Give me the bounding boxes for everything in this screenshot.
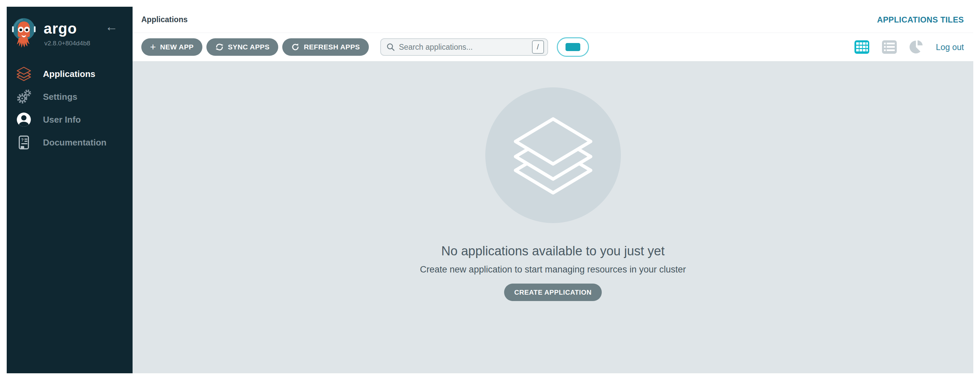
octopus-logo-icon	[12, 18, 36, 53]
gears-icon	[16, 89, 32, 104]
plus-icon: +	[150, 42, 156, 52]
view-mode-label[interactable]: APPLICATIONS TILES	[877, 15, 964, 24]
content-area: No applications available to you just ye…	[132, 61, 973, 373]
search-box: /	[380, 38, 548, 56]
refresh-icon	[291, 43, 300, 51]
user-icon	[16, 112, 32, 127]
logo-row: argo v2.8.0+804d4b8 ←	[7, 7, 132, 54]
sidebar-item-settings[interactable]: Settings	[7, 85, 132, 108]
search-input[interactable]	[399, 43, 532, 52]
sidebar-item-label: Settings	[43, 92, 78, 102]
argo-cd-window: argo v2.8.0+804d4b8 ← Applications	[7, 7, 973, 373]
logo-wordmark: argo	[44, 20, 77, 37]
sidebar: argo v2.8.0+804d4b8 ← Applications	[7, 7, 132, 373]
sidebar-item-documentation[interactable]: ? Documentation	[7, 131, 132, 154]
sidebar-item-label: User Info	[43, 115, 81, 125]
page-title: Applications	[141, 15, 188, 24]
logout-link[interactable]: Log out	[936, 42, 964, 52]
search-icon	[386, 43, 395, 51]
top-bar: Applications APPLICATIONS TILES	[132, 7, 973, 33]
layers-icon	[16, 66, 32, 81]
collapse-arrow-icon[interactable]: ←	[105, 20, 118, 33]
sync-apps-button[interactable]: SYNC APPS	[207, 38, 278, 56]
empty-layers-icon	[512, 116, 594, 195]
sidebar-item-label: Applications	[43, 69, 95, 79]
svg-text:?: ?	[21, 138, 24, 142]
tiles-view-icon[interactable]	[854, 40, 870, 54]
empty-state-circle	[485, 87, 621, 223]
sidebar-item-user-info[interactable]: User Info	[7, 108, 132, 131]
sync-icon	[215, 43, 224, 51]
toolbar-right: Log out	[854, 40, 964, 54]
filter-toggle-button[interactable]	[557, 37, 589, 57]
pie-view-icon[interactable]	[909, 40, 924, 54]
new-app-button[interactable]: + NEW APP	[141, 38, 202, 56]
slash-key-badge: /	[532, 40, 544, 54]
sidebar-nav: Applications Settings	[7, 62, 132, 154]
filter-toggle-icon	[565, 43, 580, 51]
empty-state-subtitle: Create new application to start managing…	[420, 264, 686, 275]
empty-state-title: No applications available to you just ye…	[441, 244, 665, 259]
sidebar-item-label: Documentation	[43, 137, 107, 148]
main-area: Applications APPLICATIONS TILES + NEW AP…	[132, 7, 973, 373]
refresh-apps-button[interactable]: REFRESH APPS	[282, 38, 369, 56]
list-view-icon[interactable]	[882, 40, 897, 54]
create-application-button[interactable]: CREATE APPLICATION	[504, 284, 601, 301]
docs-icon: ?	[16, 135, 32, 150]
toolbar: + NEW APP SYNC APPS	[132, 33, 973, 61]
version-label: v2.8.0+804d4b8	[44, 40, 90, 47]
sidebar-item-applications[interactable]: Applications	[7, 62, 132, 85]
